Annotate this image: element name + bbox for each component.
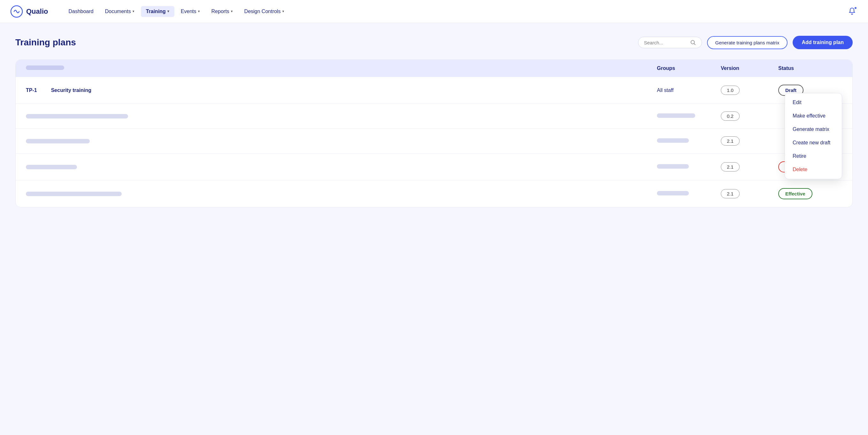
nav-events[interactable]: Events ▾ bbox=[176, 6, 205, 17]
nav-training[interactable]: Training ▾ bbox=[141, 6, 174, 17]
menu-item-make-effective[interactable]: Make effective bbox=[785, 109, 842, 123]
row-version-cell: 2.1 bbox=[721, 136, 778, 146]
row-placeholder-groups bbox=[657, 113, 695, 118]
row-groups bbox=[657, 113, 721, 119]
table-row: 0.2 bbox=[16, 104, 852, 129]
row-name-cell bbox=[26, 192, 657, 196]
row-placeholder-groups bbox=[657, 191, 689, 195]
context-menu: Edit Make effective Generate matrix Crea… bbox=[785, 93, 842, 179]
row-version-cell: 2.1 bbox=[721, 162, 778, 172]
events-chevron-icon: ▾ bbox=[198, 9, 200, 13]
header-version: Version bbox=[721, 65, 778, 71]
search-input[interactable] bbox=[644, 40, 688, 45]
row-name-cell bbox=[26, 139, 657, 144]
menu-item-generate-matrix[interactable]: Generate matrix bbox=[785, 123, 842, 136]
version-badge: 2.1 bbox=[721, 162, 740, 172]
row-placeholder-groups bbox=[657, 138, 689, 143]
menu-item-delete[interactable]: Delete bbox=[785, 163, 842, 176]
row-placeholder-name bbox=[26, 114, 128, 119]
menu-item-retire[interactable]: Retire bbox=[785, 150, 842, 163]
table-row: 2.1 bbox=[16, 129, 852, 154]
training-plans-table: Groups Version Status TP-1 Security trai… bbox=[15, 59, 853, 207]
header-groups: Groups bbox=[657, 65, 721, 71]
svg-line-2 bbox=[694, 44, 695, 45]
navbar: Qualio Dashboard Documents ▾ Training ▾ … bbox=[0, 0, 868, 23]
header-name bbox=[26, 65, 657, 71]
row-version-cell: 0.2 bbox=[721, 112, 778, 121]
add-training-plan-button[interactable]: Add training plan bbox=[793, 36, 853, 49]
row-name-cell: TP-1 Security training bbox=[26, 88, 657, 93]
version-badge: 1.0 bbox=[721, 86, 740, 95]
header-placeholder-bar bbox=[26, 65, 64, 70]
row-name-cell bbox=[26, 165, 657, 169]
logo-icon bbox=[10, 5, 23, 18]
search-icon bbox=[690, 40, 696, 45]
table-header: Groups Version Status bbox=[16, 60, 852, 77]
row-groups bbox=[657, 191, 721, 197]
nav-documents[interactable]: Documents ▾ bbox=[100, 6, 140, 17]
row-version-cell: 1.0 bbox=[721, 86, 778, 95]
row-status-cell[interactable]: Effective bbox=[778, 188, 842, 199]
row-groups bbox=[657, 164, 721, 170]
main-content: Training plans Generate training plans m… bbox=[0, 23, 868, 220]
row-title: Security training bbox=[51, 88, 91, 93]
notification-dot bbox=[854, 6, 857, 9]
nav-dashboard[interactable]: Dashboard bbox=[63, 6, 98, 17]
table-row: 2.1 For approval bbox=[16, 154, 852, 181]
menu-item-edit[interactable]: Edit bbox=[785, 96, 842, 109]
page-title: Training plans bbox=[15, 37, 633, 48]
version-badge: 0.2 bbox=[721, 112, 740, 121]
generate-matrix-button[interactable]: Generate training plans matrix bbox=[707, 36, 788, 49]
logo-text: Qualio bbox=[26, 7, 48, 15]
nav-reports[interactable]: Reports ▾ bbox=[206, 6, 238, 17]
row-id: TP-1 bbox=[26, 88, 37, 93]
header-status: Status bbox=[778, 65, 842, 71]
version-badge: 2.1 bbox=[721, 189, 740, 198]
row-groups: All staff bbox=[657, 88, 721, 93]
nav-design-controls[interactable]: Design Controls ▾ bbox=[239, 6, 289, 17]
row-version-cell: 2.1 bbox=[721, 189, 778, 198]
notification-bell[interactable] bbox=[846, 6, 858, 17]
nav-links: Dashboard Documents ▾ Training ▾ Events … bbox=[63, 6, 846, 17]
status-badge-effective[interactable]: Effective bbox=[778, 188, 812, 199]
documents-chevron-icon: ▾ bbox=[132, 9, 134, 13]
search-box[interactable] bbox=[638, 37, 702, 48]
row-placeholder-groups bbox=[657, 164, 689, 168]
table-row: 2.1 Effective bbox=[16, 181, 852, 207]
menu-item-create-new-draft[interactable]: Create new draft bbox=[785, 136, 842, 150]
table-row: TP-1 Security training All staff 1.0 Dra… bbox=[16, 77, 852, 104]
design-controls-chevron-icon: ▾ bbox=[282, 9, 284, 13]
row-placeholder-name bbox=[26, 139, 90, 144]
logo[interactable]: Qualio bbox=[10, 5, 48, 18]
training-chevron-icon: ▾ bbox=[167, 9, 169, 13]
row-groups bbox=[657, 138, 721, 144]
row-placeholder-name bbox=[26, 165, 77, 169]
reports-chevron-icon: ▾ bbox=[231, 9, 233, 13]
version-badge: 2.1 bbox=[721, 136, 740, 146]
page-header: Training plans Generate training plans m… bbox=[15, 36, 853, 49]
row-name-cell bbox=[26, 114, 657, 119]
row-placeholder-name bbox=[26, 192, 122, 196]
